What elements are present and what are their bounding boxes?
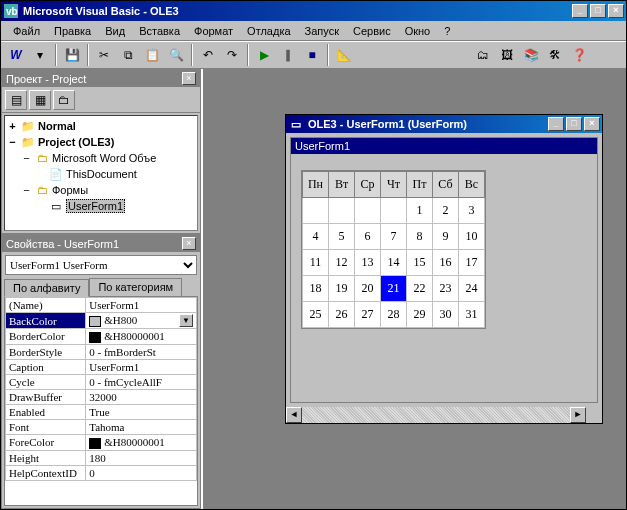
calendar-cell[interactable]: 7 [381, 224, 407, 250]
calendar-cell[interactable]: 17 [459, 250, 485, 276]
tab-alphabetic[interactable]: По алфавиту [4, 279, 89, 297]
property-value[interactable]: UserForm1 [86, 359, 197, 374]
run-button[interactable]: ▶ [253, 44, 275, 66]
menu-run[interactable]: Запуск [299, 23, 345, 39]
project-explorer-button[interactable]: 🗂 [472, 44, 494, 66]
view-code-button[interactable]: ▤ [5, 90, 27, 110]
calendar-cell[interactable]: 15 [407, 250, 433, 276]
break-button[interactable]: ∥ [277, 44, 299, 66]
properties-grid[interactable]: (Name)UserForm1BackColor&H800▼BorderColo… [4, 296, 198, 506]
menu-window[interactable]: Окно [399, 23, 437, 39]
word-icon[interactable]: W [5, 44, 27, 66]
scroll-left-arrow[interactable]: ◄ [286, 407, 302, 423]
menu-file[interactable]: Файл [7, 23, 46, 39]
project-tree[interactable]: +📁Normal −📁Project (OLE3) −🗀Microsoft Wo… [4, 115, 198, 231]
calendar-cell[interactable]: 1 [407, 198, 433, 224]
property-row[interactable]: BorderColor&H80000001 [6, 329, 197, 345]
calendar-cell[interactable]: 10 [459, 224, 485, 250]
calendar-cell[interactable]: 28 [381, 302, 407, 328]
calendar-cell[interactable] [381, 198, 407, 224]
calendar-control[interactable]: ПнВтСрЧтПтСбВс12345678910111213141516171… [301, 170, 486, 329]
insert-form-dropdown[interactable]: ▾ [29, 44, 51, 66]
toggle-folders-button[interactable]: 🗀 [53, 90, 75, 110]
project-panel-close[interactable]: × [182, 72, 196, 85]
property-value[interactable]: UserForm1 [86, 298, 197, 313]
property-value[interactable]: True [86, 404, 197, 419]
calendar-cell[interactable]: 2 [433, 198, 459, 224]
calendar-cell[interactable]: 13 [355, 250, 381, 276]
stop-button[interactable]: ■ [301, 44, 323, 66]
calendar-cell[interactable] [303, 198, 329, 224]
property-value[interactable]: &H80000001 [86, 329, 197, 345]
toolbox-button[interactable]: 🛠 [544, 44, 566, 66]
menu-format[interactable]: Формат [188, 23, 239, 39]
property-row[interactable]: Height180 [6, 450, 197, 465]
calendar-cell[interactable]: 26 [329, 302, 355, 328]
form-canvas[interactable]: UserForm1 ПнВтСрЧтПтСбВс1234567891011121… [290, 137, 598, 403]
calendar-cell[interactable]: 22 [407, 276, 433, 302]
menu-debug[interactable]: Отладка [241, 23, 296, 39]
property-row[interactable]: (Name)UserForm1 [6, 298, 197, 313]
calendar-cell[interactable]: 18 [303, 276, 329, 302]
calendar-cell[interactable]: 8 [407, 224, 433, 250]
minimize-button[interactable]: _ [572, 4, 588, 18]
property-value[interactable]: 0 - fmCycleAllF [86, 374, 197, 389]
mdi-close-button[interactable]: × [584, 117, 600, 131]
redo-button[interactable]: ↷ [221, 44, 243, 66]
calendar-cell[interactable]: 31 [459, 302, 485, 328]
properties-panel-close[interactable]: × [182, 237, 196, 250]
property-row[interactable]: BackColor&H800▼ [6, 313, 197, 329]
cut-button[interactable]: ✂ [93, 44, 115, 66]
menu-edit[interactable]: Правка [48, 23, 97, 39]
tab-categorized[interactable]: По категориям [89, 278, 182, 296]
calendar-cell[interactable]: 16 [433, 250, 459, 276]
view-object-button[interactable]: ▦ [29, 90, 51, 110]
calendar-cell[interactable] [329, 198, 355, 224]
undo-button[interactable]: ↶ [197, 44, 219, 66]
calendar-cell[interactable]: 4 [303, 224, 329, 250]
menu-insert[interactable]: Вставка [133, 23, 186, 39]
calendar-cell[interactable]: 23 [433, 276, 459, 302]
calendar-cell[interactable]: 14 [381, 250, 407, 276]
calendar-cell[interactable] [355, 198, 381, 224]
menu-help[interactable]: ? [438, 23, 456, 39]
property-row[interactable]: CaptionUserForm1 [6, 359, 197, 374]
calendar-cell[interactable]: 9 [433, 224, 459, 250]
help-icon[interactable]: ❓ [568, 44, 590, 66]
properties-window-button[interactable]: 🖼 [496, 44, 518, 66]
property-value[interactable]: 0 [86, 465, 197, 480]
calendar-cell[interactable]: 21 [381, 276, 407, 302]
calendar-cell[interactable]: 27 [355, 302, 381, 328]
property-value[interactable]: 180 [86, 450, 197, 465]
property-row[interactable]: Cycle0 - fmCycleAllF [6, 374, 197, 389]
calendar-cell[interactable]: 6 [355, 224, 381, 250]
save-button[interactable]: 💾 [61, 44, 83, 66]
property-value[interactable]: &H80000001 [86, 434, 197, 450]
object-browser-button[interactable]: 📚 [520, 44, 542, 66]
object-selector[interactable]: UserForm1 UserForm [5, 255, 197, 275]
calendar-cell[interactable]: 11 [303, 250, 329, 276]
paste-button[interactable]: 📋 [141, 44, 163, 66]
mdi-maximize-button[interactable]: □ [566, 117, 582, 131]
calendar-cell[interactable]: 29 [407, 302, 433, 328]
property-row[interactable]: FontTahoma [6, 419, 197, 434]
calendar-cell[interactable]: 25 [303, 302, 329, 328]
property-value[interactable]: &H800▼ [86, 313, 197, 329]
close-button[interactable]: × [608, 4, 624, 18]
property-value[interactable]: Tahoma [86, 419, 197, 434]
scroll-right-arrow[interactable]: ► [570, 407, 586, 423]
dropdown-button[interactable]: ▼ [179, 314, 193, 327]
calendar-cell[interactable]: 3 [459, 198, 485, 224]
property-value[interactable]: 0 - fmBorderSt [86, 344, 197, 359]
horizontal-scrollbar[interactable]: ◄ ► [286, 407, 602, 423]
form-designer-window[interactable]: ▭ OLE3 - UserForm1 (UserForm) _ □ × User… [285, 114, 603, 424]
calendar-cell[interactable]: 5 [329, 224, 355, 250]
calendar-cell[interactable]: 24 [459, 276, 485, 302]
calendar-cell[interactable]: 20 [355, 276, 381, 302]
maximize-button[interactable]: □ [590, 4, 606, 18]
property-row[interactable]: HelpContextID0 [6, 465, 197, 480]
mdi-minimize-button[interactable]: _ [548, 117, 564, 131]
calendar-cell[interactable]: 12 [329, 250, 355, 276]
property-row[interactable]: EnabledTrue [6, 404, 197, 419]
property-value[interactable]: 32000 [86, 389, 197, 404]
